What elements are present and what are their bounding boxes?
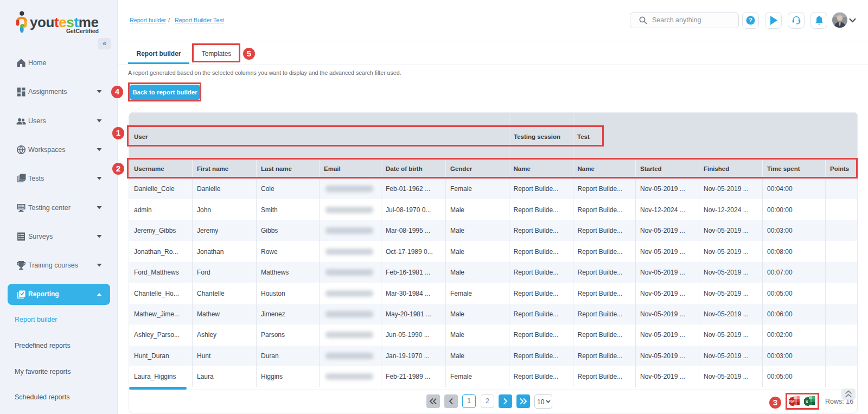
- svg-text:?: ?: [749, 17, 752, 23]
